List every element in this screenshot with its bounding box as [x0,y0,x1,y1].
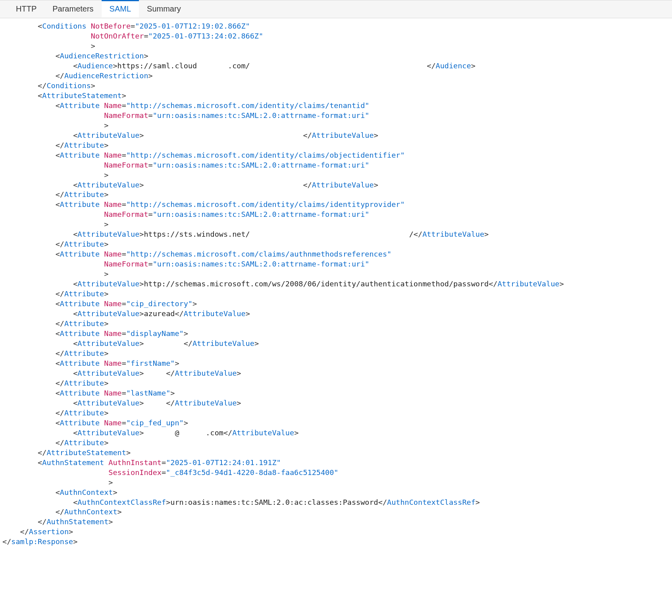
tab-summary[interactable]: Summary [139,0,189,17]
tab-parameters[interactable]: Parameters [44,0,101,17]
saml-xml-view[interactable]: <Conditions NotBefore="2025-01-07T12:19:… [0,18,672,555]
tab-bar: HTTP Parameters SAML Summary [0,0,672,18]
tab-http[interactable]: HTTP [8,0,44,17]
tab-saml[interactable]: SAML [102,0,139,17]
